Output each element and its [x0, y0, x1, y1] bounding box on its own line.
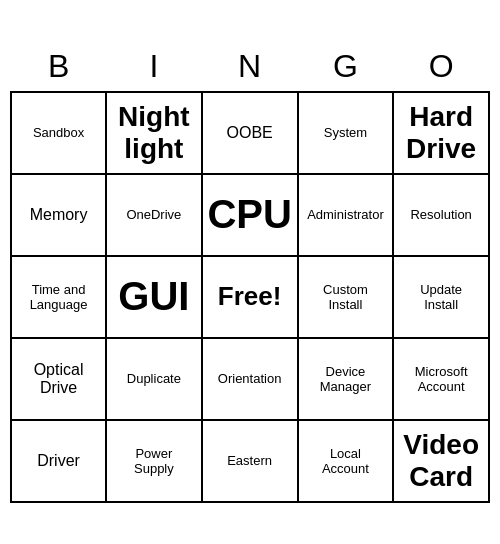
bingo-cell-r0-c4: HardDrive	[393, 92, 489, 174]
bingo-cell-r3-c0: OpticalDrive	[11, 338, 106, 420]
bingo-header-I: I	[106, 42, 202, 92]
bingo-cell-r2-c1: GUI	[106, 256, 202, 338]
bingo-header-N: N	[202, 42, 298, 92]
bingo-header-O: O	[393, 42, 489, 92]
bingo-cell-r1-c3: Administrator	[298, 174, 394, 256]
bingo-cell-r4-c0: Driver	[11, 420, 106, 502]
bingo-header-B: B	[11, 42, 106, 92]
bingo-cell-r3-c1: Duplicate	[106, 338, 202, 420]
bingo-cell-r1-c1: OneDrive	[106, 174, 202, 256]
bingo-cell-r1-c2: CPU	[202, 174, 298, 256]
bingo-cell-r4-c4: VideoCard	[393, 420, 489, 502]
bingo-cell-r2-c2: Free!	[202, 256, 298, 338]
bingo-card: BINGO SandboxNightlightOOBESystemHardDri…	[10, 42, 490, 503]
bingo-cell-r1-c0: Memory	[11, 174, 106, 256]
bingo-cell-r3-c3: DeviceManager	[298, 338, 394, 420]
bingo-cell-r0-c1: Nightlight	[106, 92, 202, 174]
bingo-cell-r3-c4: MicrosoftAccount	[393, 338, 489, 420]
bingo-cell-r0-c0: Sandbox	[11, 92, 106, 174]
bingo-cell-r1-c4: Resolution	[393, 174, 489, 256]
bingo-cell-r2-c3: CustomInstall	[298, 256, 394, 338]
bingo-cell-r4-c1: PowerSupply	[106, 420, 202, 502]
bingo-cell-r0-c2: OOBE	[202, 92, 298, 174]
bingo-header-G: G	[298, 42, 394, 92]
bingo-cell-r2-c4: UpdateInstall	[393, 256, 489, 338]
bingo-cell-r4-c3: LocalAccount	[298, 420, 394, 502]
bingo-cell-r3-c2: Orientation	[202, 338, 298, 420]
bingo-cell-r2-c0: Time andLanguage	[11, 256, 106, 338]
bingo-cell-r0-c3: System	[298, 92, 394, 174]
bingo-cell-r4-c2: Eastern	[202, 420, 298, 502]
